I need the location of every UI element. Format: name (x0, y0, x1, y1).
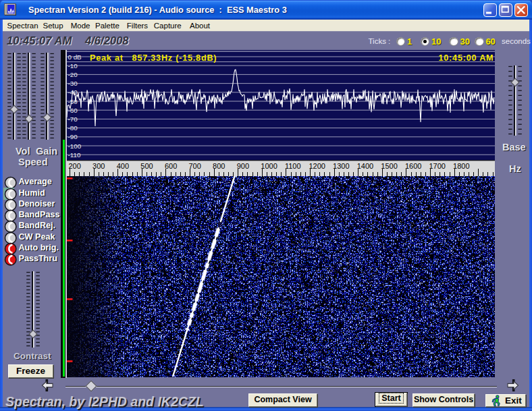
svg-text:200: 200 (69, 162, 81, 170)
svg-text:-60: -60 (68, 107, 78, 114)
svg-text:1800: 1800 (453, 162, 469, 170)
svg-text:-90: -90 (68, 133, 78, 140)
svg-text:700: 700 (189, 162, 201, 170)
svg-text:-20: -20 (68, 71, 78, 78)
svg-text:300: 300 (92, 162, 105, 170)
svg-text:0 dB: 0 dB (68, 53, 82, 61)
svg-text:600: 600 (165, 162, 177, 170)
svg-text:-70: -70 (68, 115, 78, 123)
svg-text:400: 400 (117, 162, 129, 170)
svg-text:1300: 1300 (333, 162, 349, 170)
svg-text:10:45:00 AM: 10:45:00 AM (439, 53, 494, 63)
svg-text:Peak at 857.33Hz (-15.8dB): Peak at 857.33Hz (-15.8dB) (90, 53, 217, 63)
svg-text:1100: 1100 (285, 162, 301, 170)
svg-text:800: 800 (213, 162, 225, 170)
svg-text:-110: -110 (68, 151, 81, 159)
svg-text:1500: 1500 (381, 162, 397, 170)
svg-text:-100: -100 (68, 142, 82, 150)
svg-text:1000: 1000 (261, 162, 277, 170)
svg-text:-40: -40 (68, 88, 78, 96)
svg-text:900: 900 (237, 162, 249, 170)
svg-text:1400: 1400 (357, 162, 373, 170)
svg-text:1700: 1700 (429, 162, 446, 170)
svg-text:1200: 1200 (309, 162, 325, 170)
svg-text:-80: -80 (68, 124, 78, 132)
svg-text:500: 500 (140, 162, 153, 170)
svg-text:-50: -50 (68, 98, 78, 105)
svg-text:-30: -30 (68, 80, 78, 87)
svg-text:1600: 1600 (405, 162, 421, 170)
svg-text:-10: -10 (68, 62, 78, 70)
